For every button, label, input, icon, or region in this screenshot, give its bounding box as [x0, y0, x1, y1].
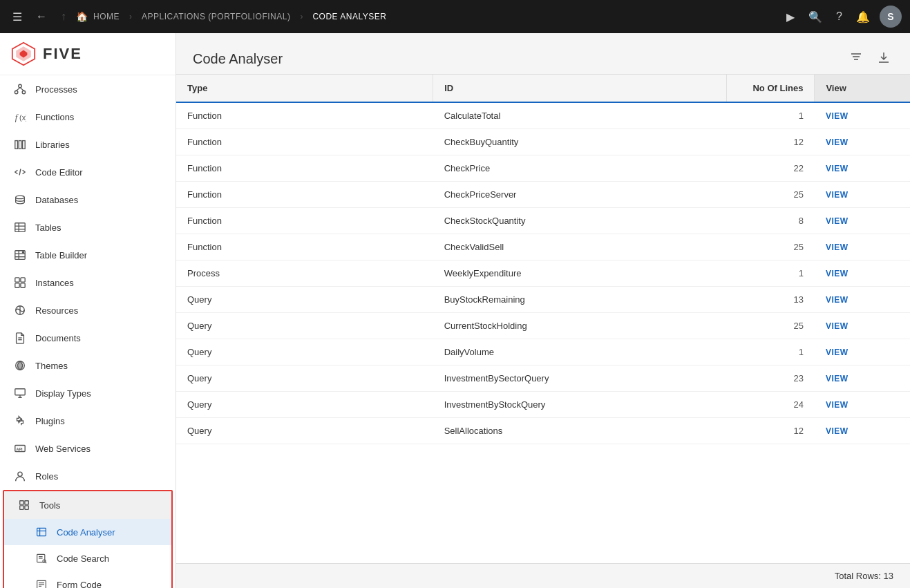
- sidebar-item-table-builder[interactable]: Table Builder: [0, 241, 176, 269]
- view-button[interactable]: VIEW: [826, 295, 849, 305]
- cell-view: VIEW: [815, 182, 910, 208]
- svg-point-4: [15, 91, 18, 94]
- svg-line-6: [17, 88, 20, 91]
- svg-text:API: API: [17, 447, 23, 451]
- sidebar-sub-item-code-analyser[interactable]: Code Analyser: [4, 519, 171, 545]
- cell-view: VIEW: [815, 287, 910, 313]
- header-actions: [846, 48, 893, 70]
- five-logo-icon: [11, 41, 36, 66]
- cell-no-of-lines: 1: [726, 102, 814, 129]
- tools-section: Tools Code Analyser Code Search Form Cod…: [3, 490, 173, 588]
- cell-type: Query: [176, 287, 433, 313]
- sidebar-item-resources[interactable]: Resources: [0, 296, 176, 324]
- view-button[interactable]: VIEW: [826, 243, 849, 252]
- code-editor-icon: [13, 165, 27, 179]
- cell-id: InvestmentByStockQuery: [433, 392, 727, 418]
- sidebar-label-libraries: Libraries: [35, 140, 70, 150]
- sidebar-label-table-builder: Table Builder: [35, 250, 87, 260]
- cell-type: Function: [176, 234, 433, 260]
- user-avatar-button[interactable]: S: [880, 6, 902, 28]
- tools-icon: [17, 498, 31, 512]
- svg-line-50: [46, 562, 47, 564]
- breadcrumb-arrow-1: ›: [129, 12, 132, 21]
- table-row: Query DailyVolume 1 VIEW: [176, 339, 910, 366]
- sidebar-item-tools[interactable]: Tools: [4, 491, 171, 519]
- sidebar-sub-label-form-code: Form Code: [57, 580, 102, 589]
- sidebar-item-roles[interactable]: Roles: [0, 462, 176, 490]
- cell-no-of-lines: 12: [726, 418, 814, 444]
- libraries-icon: [13, 137, 27, 151]
- databases-icon: [13, 193, 27, 207]
- code-analyser-table: Type ID No Of Lines View: [176, 75, 910, 444]
- sidebar-item-themes[interactable]: Themes: [0, 352, 176, 379]
- sidebar-item-display-types[interactable]: Display Types: [0, 379, 176, 407]
- svg-point-49: [43, 560, 46, 562]
- help-button[interactable]: ?: [832, 8, 846, 26]
- svg-rect-15: [15, 223, 25, 232]
- view-button[interactable]: VIEW: [826, 269, 849, 278]
- svg-rect-39: [20, 501, 23, 504]
- svg-rect-43: [37, 528, 46, 535]
- sidebar-sub-label-code-analyser: Code Analyser: [57, 527, 115, 538]
- sidebar-item-libraries[interactable]: Libraries: [0, 131, 176, 158]
- sidebar-sub-item-form-code[interactable]: Form Code: [4, 571, 171, 588]
- view-button[interactable]: VIEW: [826, 111, 849, 121]
- view-button[interactable]: VIEW: [826, 216, 849, 226]
- sidebar-logo: FIVE: [0, 33, 176, 75]
- download-button[interactable]: [874, 48, 893, 70]
- code-analyser-sub-icon: [35, 525, 48, 539]
- sidebar-item-web-services[interactable]: API Web Services: [0, 435, 176, 462]
- cell-view: VIEW: [815, 313, 910, 339]
- cell-id: InvestmentBySectorQuery: [433, 366, 727, 392]
- play-button[interactable]: ▶: [782, 8, 799, 26]
- sidebar-label-tables: Tables: [35, 222, 61, 233]
- breadcrumb-home[interactable]: HOME: [93, 12, 120, 21]
- cell-type: Query: [176, 418, 433, 444]
- view-button[interactable]: VIEW: [826, 348, 849, 357]
- sidebar-item-databases[interactable]: Databases: [0, 186, 176, 214]
- svg-rect-42: [25, 506, 28, 509]
- col-header-no-of-lines: No Of Lines: [726, 75, 814, 102]
- table-header-row: Type ID No Of Lines View: [176, 75, 910, 102]
- sidebar-item-code-editor[interactable]: Code Editor: [0, 158, 176, 186]
- sidebar-item-documents[interactable]: Documents: [0, 324, 176, 352]
- back-button[interactable]: ←: [32, 8, 51, 26]
- filter-button[interactable]: [846, 48, 866, 70]
- cell-id: CheckPriceServer: [433, 182, 727, 208]
- table-row: Function CalculateTotal 1 VIEW: [176, 102, 910, 129]
- cell-type: Query: [176, 366, 433, 392]
- view-button[interactable]: VIEW: [826, 426, 849, 436]
- view-button[interactable]: VIEW: [826, 400, 849, 410]
- hamburger-menu-button[interactable]: ☰: [8, 8, 26, 26]
- home-icon: 🏠: [76, 11, 88, 22]
- sidebar-label-resources: Resources: [35, 305, 78, 316]
- view-button[interactable]: VIEW: [826, 190, 849, 200]
- cell-view: VIEW: [815, 102, 910, 129]
- view-button[interactable]: VIEW: [826, 321, 849, 331]
- notifications-button[interactable]: 🔔: [852, 8, 874, 26]
- sidebar-sub-item-code-search[interactable]: Code Search: [4, 545, 171, 571]
- sidebar-item-plugins[interactable]: Plugins: [0, 407, 176, 435]
- sidebar-label-web-services: Web Services: [35, 444, 91, 454]
- svg-rect-12: [23, 141, 26, 149]
- view-button[interactable]: VIEW: [826, 374, 849, 383]
- svg-point-14: [16, 196, 25, 199]
- col-header-id: ID: [433, 75, 727, 102]
- breadcrumb-apps[interactable]: APPLICATIONS (PORTFOLIOFINAL): [142, 12, 290, 21]
- view-button[interactable]: VIEW: [826, 164, 849, 173]
- view-button[interactable]: VIEW: [826, 137, 849, 147]
- sidebar-item-instances[interactable]: Instances: [0, 269, 176, 296]
- svg-rect-27: [21, 283, 25, 287]
- sidebar-item-tables[interactable]: Tables: [0, 214, 176, 241]
- cell-type: Function: [176, 102, 433, 129]
- cell-id: CheckValidSell: [433, 234, 727, 260]
- svg-rect-10: [15, 141, 18, 149]
- cell-id: DailyVolume: [433, 339, 727, 366]
- table-row: Function CheckPriceServer 25 VIEW: [176, 182, 910, 208]
- up-button[interactable]: ↑: [57, 8, 70, 26]
- svg-point-5: [22, 91, 26, 94]
- search-button[interactable]: 🔍: [804, 8, 826, 26]
- svg-point-23: [22, 251, 25, 254]
- sidebar-item-functions[interactable]: f(x) Functions: [0, 103, 176, 131]
- sidebar-item-processes[interactable]: Processes: [0, 75, 176, 103]
